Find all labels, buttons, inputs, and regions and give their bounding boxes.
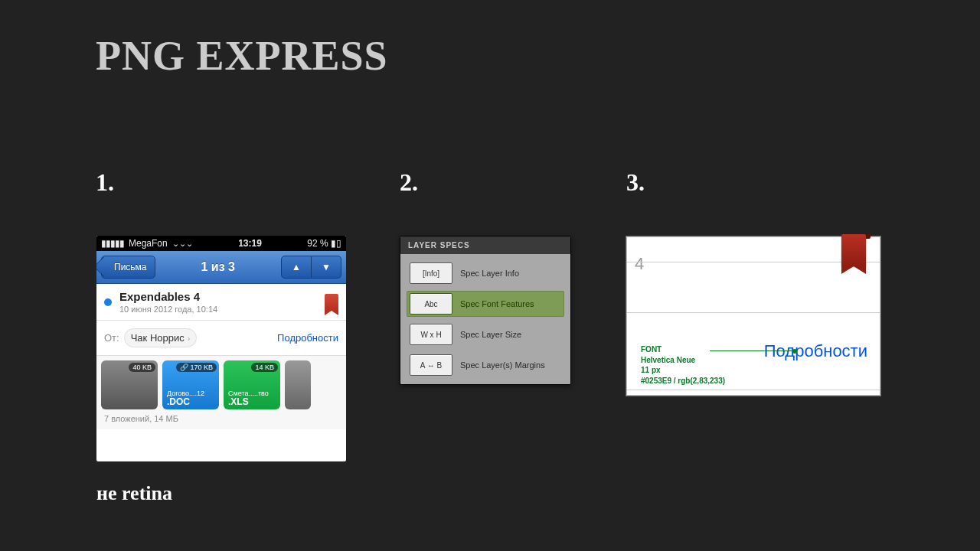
message-date: 10 июня 2012 года, 10:14: [119, 305, 217, 314]
spec-meta-heading: FONT: [641, 344, 725, 355]
spec-meta-block: FONT Helvetica Neue 11 px #0253E9 / rgb(…: [641, 344, 725, 386]
sender-chip[interactable]: Чак Норрис ›: [124, 328, 198, 347]
spec-row-margins[interactable]: A ↔ B Spec Layer(s) Margins: [407, 352, 564, 378]
message-header: Expendables 4 10 июня 2012 года, 10:14: [96, 284, 346, 321]
carrier-label: MegaFon: [129, 238, 168, 249]
details-link[interactable]: Подробности: [277, 332, 338, 344]
ribbon-icon: [841, 234, 866, 266]
spec-meta-size: 11 px: [641, 365, 725, 376]
signal-icon: ▮▮▮▮▮: [101, 238, 124, 249]
attachment-ext: .XLS: [228, 396, 249, 407]
spec-meta-family: Helvetica Neue: [641, 355, 725, 366]
prev-message-button[interactable]: ▲: [281, 256, 312, 279]
battery-label: 92 % ▮▯: [307, 238, 341, 249]
slide: PNG EXPRESS 1. 2. 3. ▮▮▮▮▮ MegaFon ⌄⌄⌄ 1…: [0, 0, 980, 551]
panel-header: LAYER SPECS: [400, 236, 570, 254]
nav-bar: Письма 1 из 3 ▲ ▼: [96, 251, 346, 284]
back-button[interactable]: Письма: [101, 256, 155, 279]
chevron-right-icon: ›: [188, 334, 191, 343]
nav-arrows: ▲ ▼: [281, 256, 341, 279]
spec-meta-color: #0253E9 / rgb(2,83,233): [641, 376, 725, 386]
nav-title: 1 из 3: [160, 260, 276, 274]
attachment-size: 🔗 170 KB: [176, 363, 217, 372]
wifi-icon: ⌄⌄⌄: [172, 239, 193, 249]
step-label-1: 1.: [96, 168, 114, 197]
from-row: От: Чак Норрис › Подробности: [96, 321, 346, 356]
spec-row-size[interactable]: W x H Spec Layer Size: [407, 321, 564, 347]
footnote: не retina: [96, 482, 172, 505]
pngexpress-panel: LAYER SPECS [Info] Spec Layer Info Abc S…: [400, 236, 571, 385]
sender-name: Чак Норрис: [131, 332, 185, 344]
unread-dot-icon: [104, 298, 112, 306]
spec-row-label: Spec Layer Size: [460, 330, 521, 339]
spec-sample-text: Подробности: [764, 341, 867, 361]
from-label: От:: [104, 332, 119, 344]
status-time: 13:19: [198, 238, 303, 249]
spec-row-label: Spec Layer(s) Margins: [460, 360, 545, 370]
spec-row-info[interactable]: [Info] Spec Layer Info: [407, 260, 564, 286]
spec-button[interactable]: A ↔ B: [410, 354, 452, 376]
flag-icon: [325, 294, 338, 311]
panel-body: [Info] Spec Layer Info Abc Spec Font Fea…: [400, 254, 570, 384]
divider: [627, 390, 880, 390]
spec-button[interactable]: W x H: [410, 324, 452, 345]
attachment-size: 40 KB: [129, 363, 155, 372]
spec-button[interactable]: Abc: [410, 293, 452, 315]
phone-screenshot: ▮▮▮▮▮ MegaFon ⌄⌄⌄ 13:19 92 % ▮▯ Письма 1…: [96, 236, 346, 461]
spec-row-label: Spec Layer Info: [460, 269, 519, 278]
next-message-button[interactable]: ▼: [312, 256, 341, 279]
spec-button[interactable]: [Info]: [410, 262, 452, 284]
divider: [627, 312, 880, 313]
attachment-thumb[interactable]: [285, 360, 311, 409]
slide-title: PNG EXPRESS: [96, 32, 388, 80]
attachment-ext: .DOC: [167, 396, 190, 407]
attachments-row: 40 KB 🔗 170 KB Догово....12 .DOC 14 KB С…: [96, 356, 346, 411]
spec-row-label: Spec Font Features: [460, 299, 534, 308]
attachments-meta: 7 вложений, 14 МБ: [96, 411, 346, 429]
attachment-thumb[interactable]: 40 KB: [101, 360, 158, 409]
corner-digit: 4: [635, 254, 644, 274]
step-label-2: 2.: [400, 168, 418, 197]
message-subject: Expendables 4: [119, 290, 217, 303]
spec-output: 4 Подробности FONT Helvetica Neue 11 px …: [626, 236, 880, 396]
attachment-size: 14 KB: [251, 363, 278, 372]
status-bar: ▮▮▮▮▮ MegaFon ⌄⌄⌄ 13:19 92 % ▮▯: [96, 236, 346, 251]
attachment-thumb[interactable]: 🔗 170 KB Догово....12 .DOC: [162, 360, 219, 409]
step-label-3: 3.: [626, 168, 645, 197]
spec-row-font[interactable]: Abc Spec Font Features: [407, 291, 564, 317]
attachment-thumb[interactable]: 14 KB Смета.....тво .XLS: [224, 360, 280, 409]
